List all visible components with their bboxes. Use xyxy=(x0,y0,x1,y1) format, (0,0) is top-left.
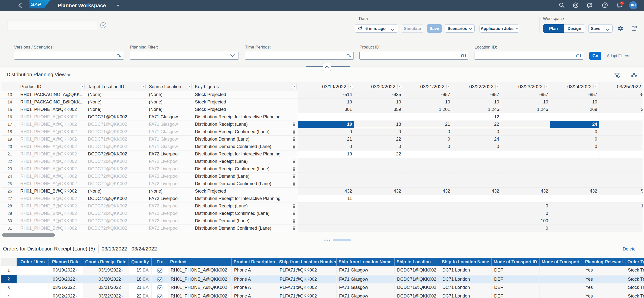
svg-text:1: 1 xyxy=(622,2,623,5)
svg-text:SAP: SAP xyxy=(31,2,41,7)
